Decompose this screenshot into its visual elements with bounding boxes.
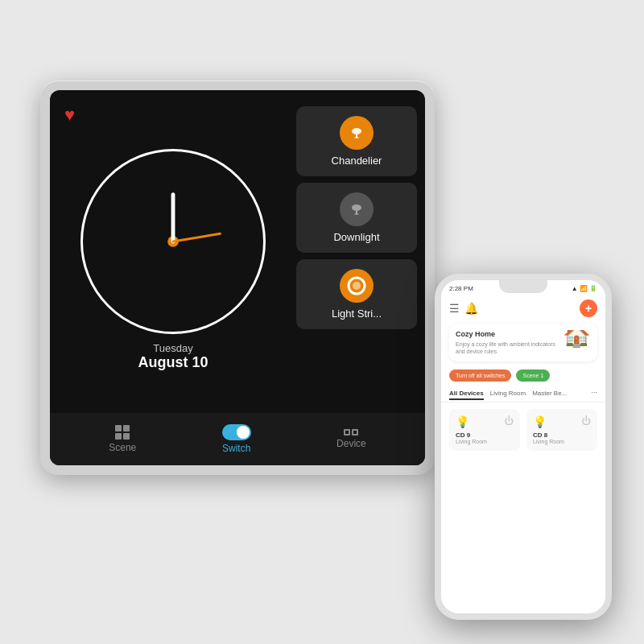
chandelier-label: Chandelier bbox=[332, 155, 382, 167]
phone-screen: 2:28 PM ▲ 📶 🔋 ☰ 🔔 + 🏠 Cozy Home Enjoy a … bbox=[441, 280, 605, 613]
add-button[interactable]: + bbox=[580, 299, 597, 317]
power-icon-cd9[interactable]: ⏻ bbox=[504, 415, 514, 428]
device-card-icons: 💡 ⏻ bbox=[456, 415, 514, 428]
panel-nav: Scene Switch Device bbox=[50, 413, 425, 465]
phone-frame: 2:28 PM ▲ 📶 🔋 ☰ 🔔 + 🏠 Cozy Home Enjoy a … bbox=[435, 274, 612, 620]
light-strip-label: Light Stri... bbox=[332, 308, 382, 320]
clock-date-num: August 10 bbox=[138, 354, 208, 371]
phone-battery-icons: ▲ 📶 🔋 bbox=[572, 285, 597, 292]
svg-point-3 bbox=[352, 128, 361, 134]
device-room-cd9: Living Room bbox=[456, 439, 514, 444]
tab-living-room[interactable]: Living Room bbox=[490, 388, 526, 400]
device-room-cd8: Living Room bbox=[533, 439, 591, 444]
switch-label: Switch bbox=[222, 443, 250, 454]
menu-icon[interactable]: ☰ bbox=[449, 302, 460, 315]
promo-icon: 🏠 bbox=[563, 330, 591, 349]
phone-app-header: ☰ 🔔 + bbox=[441, 296, 605, 320]
light-strip-icon-circle bbox=[340, 269, 374, 303]
svg-point-10 bbox=[353, 282, 361, 290]
device-card-cd8[interactable]: 💡 ⏻ CD 8 Living Room bbox=[526, 409, 597, 451]
turn-off-all-button[interactable]: Turn off all switches bbox=[449, 369, 511, 382]
scene-icon bbox=[115, 425, 130, 440]
light-strip-button[interactable]: Light Stri... bbox=[296, 259, 417, 329]
phone-container: 2:28 PM ▲ 📶 🔋 ☰ 🔔 + 🏠 Cozy Home Enjoy a … bbox=[435, 274, 612, 620]
downlight-button[interactable]: Downlight bbox=[296, 183, 417, 253]
tab-master-bedroom[interactable]: Master Be... bbox=[532, 388, 567, 400]
phone-action-buttons: Turn off all switches Scene 1 bbox=[441, 365, 605, 386]
device-buttons: Chandelier Downlight bbox=[296, 98, 417, 405]
power-icon-cd8[interactable]: ⏻ bbox=[581, 415, 591, 428]
phone-notch bbox=[499, 280, 547, 293]
downlight-label: Downlight bbox=[333, 231, 379, 243]
bulb-icon-cd8: 💡 bbox=[533, 415, 547, 428]
clock-date: Tuesday August 10 bbox=[138, 342, 208, 371]
device-card-cd9[interactable]: 💡 ⏻ CD 9 Living Room bbox=[449, 409, 520, 451]
chandelier-icon-circle bbox=[340, 116, 374, 150]
phone-time: 2:28 PM bbox=[449, 285, 473, 292]
clock-area: Tuesday August 10 bbox=[58, 98, 288, 405]
svg-line-2 bbox=[173, 233, 220, 242]
phone-header-left: ☰ 🔔 bbox=[449, 302, 478, 315]
promo-card: 🏠 Cozy Home Enjoy a cozy life with ambie… bbox=[449, 324, 597, 361]
phone-device-tabs: All Devices Living Room Master Be... ··· bbox=[441, 386, 605, 402]
clock-face bbox=[80, 149, 266, 334]
device-card-icons-2: 💡 ⏻ bbox=[533, 415, 591, 428]
switch-toggle-icon bbox=[222, 424, 251, 440]
nav-device[interactable]: Device bbox=[336, 429, 366, 449]
device-name-cd9: CD 9 bbox=[456, 431, 514, 439]
panel-main: Tuesday August 10 Chandelier bbox=[50, 90, 425, 413]
svg-point-5 bbox=[354, 137, 359, 138]
svg-point-6 bbox=[352, 204, 361, 211]
toggle-knob bbox=[237, 426, 250, 439]
chandelier-button[interactable]: Chandelier bbox=[296, 106, 417, 176]
device-icon bbox=[344, 429, 358, 436]
nav-scene[interactable]: Scene bbox=[109, 425, 136, 453]
scene-label: Scene bbox=[109, 442, 136, 453]
svg-point-8 bbox=[354, 213, 359, 215]
tab-more-icon[interactable]: ··· bbox=[591, 388, 597, 400]
smart-panel: ♥ Tuesday August 10 bbox=[40, 80, 435, 475]
tab-all-devices[interactable]: All Devices bbox=[449, 388, 484, 400]
notification-icon[interactable]: 🔔 bbox=[464, 302, 478, 315]
phone-device-list: 💡 ⏻ CD 9 Living Room 💡 ⏻ CD 8 Living Roo… bbox=[441, 402, 605, 457]
scene-1-button[interactable]: Scene 1 bbox=[516, 369, 550, 382]
device-name-cd8: CD 8 bbox=[533, 431, 591, 439]
device-label: Device bbox=[336, 438, 366, 449]
downlight-icon-circle bbox=[340, 192, 374, 226]
bulb-icon-cd9: 💡 bbox=[456, 415, 469, 428]
heart-icon: ♥ bbox=[64, 105, 75, 126]
clock-day: Tuesday bbox=[138, 342, 208, 354]
panel-screen: ♥ Tuesday August 10 bbox=[50, 90, 425, 465]
nav-switch[interactable]: Switch bbox=[222, 424, 251, 454]
